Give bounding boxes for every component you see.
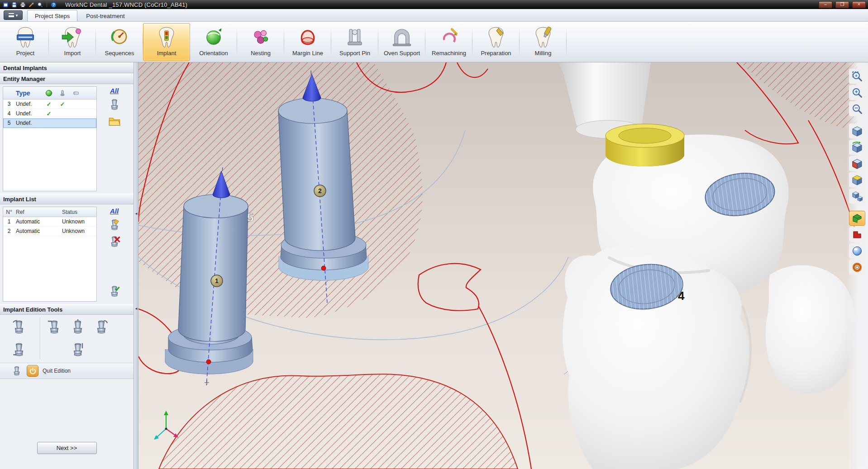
- implant-col-status[interactable]: Status: [62, 209, 94, 215]
- edit-implant-icon[interactable]: [108, 218, 121, 232]
- view-left-button[interactable]: [849, 156, 865, 171]
- tab-project-steps[interactable]: Project Steps: [27, 10, 77, 21]
- entity-row-5[interactable]: 5 Undef.: [3, 118, 96, 128]
- shading-mode-button[interactable]: [849, 243, 865, 258]
- implant-2-base-point[interactable]: [321, 266, 326, 270]
- entity-select-all-link[interactable]: All: [110, 87, 119, 95]
- edition-tools-section: [0, 315, 134, 363]
- implant-status: Unknown: [62, 218, 94, 225]
- sequences-icon: [108, 25, 131, 49]
- oven-support-icon: [390, 25, 414, 49]
- support-fixture-icon: [851, 213, 863, 224]
- check-icon[interactable]: ✓: [42, 110, 56, 117]
- ribbon-label: Implant: [157, 50, 176, 57]
- section-torus-button[interactable]: [849, 260, 865, 275]
- implant-row-1[interactable]: 1 Automatic Unknown: [3, 217, 96, 227]
- milling-icon: [531, 25, 555, 49]
- clamp-icon[interactable]: [69, 90, 83, 97]
- next-button[interactable]: Next >>: [37, 442, 97, 454]
- view-cubes-button[interactable]: [849, 189, 865, 204]
- maximize-button[interactable]: ❐: [835, 1, 849, 8]
- implant-tool-axis-icon[interactable]: [69, 340, 87, 359]
- zoom-out-button[interactable]: −: [849, 101, 865, 116]
- entity-col-type[interactable]: Type: [15, 90, 42, 97]
- view-rotate-cube-icon: [851, 142, 863, 153]
- ribbon-label: Orientation: [199, 50, 228, 57]
- view-iso-button[interactable]: [849, 123, 865, 138]
- ribbon-label: Oven Support: [384, 50, 420, 57]
- torus-icon: [851, 261, 863, 273]
- analog-collar[interactable]: [606, 124, 684, 166]
- power-icon: [29, 368, 36, 374]
- zoom-in-button[interactable]: +: [849, 85, 865, 100]
- close-button[interactable]: ×: [852, 1, 866, 8]
- application-icon[interactable]: [2, 1, 9, 8]
- entity-side-actions: All: [97, 86, 132, 191]
- view-rotate-button[interactable]: [849, 140, 865, 155]
- ribbon-label: Sequences: [105, 50, 134, 57]
- zoom-icon[interactable]: [37, 1, 43, 8]
- implant-tool-depth-icon[interactable]: [10, 340, 28, 359]
- quit-edition-label[interactable]: Quit Edition: [43, 368, 71, 374]
- ribbon-button-support-pin[interactable]: Support Pin: [331, 23, 378, 61]
- entity-table: Type 3 Undef. ✓: [3, 86, 97, 191]
- show-stock-button[interactable]: [849, 227, 865, 242]
- open-library-folder-icon[interactable]: [108, 114, 121, 128]
- zoom-window-icon: +: [851, 71, 863, 82]
- ribbon-button-preparation[interactable]: Preparation: [472, 23, 520, 61]
- implant-1-base-point[interactable]: [206, 360, 211, 364]
- print-icon[interactable]: [19, 1, 26, 8]
- ribbon-button-nesting[interactable]: Nesting: [237, 23, 284, 61]
- ribbon-button-remachining[interactable]: Remachining: [425, 23, 472, 61]
- check-icon[interactable]: ✓: [56, 101, 69, 108]
- implant-col-ref[interactable]: Ref: [15, 209, 62, 215]
- ribbon-button-implant[interactable]: Implant: [143, 23, 190, 61]
- entity-type: Undef.: [15, 110, 42, 117]
- viewport-3d-scene[interactable]: 4: [138, 62, 868, 469]
- quit-edition-button[interactable]: [27, 365, 38, 377]
- tab-post-treatment[interactable]: Post-treatment: [78, 10, 132, 21]
- help-icon[interactable]: ?: [50, 1, 57, 8]
- preparation-icon: [484, 25, 508, 49]
- view-top-button[interactable]: [849, 172, 865, 187]
- ribbon-button-margin-line[interactable]: Margin Line: [284, 23, 331, 61]
- ribbon-button-sequences[interactable]: Sequences: [96, 23, 143, 61]
- implant-col-num[interactable]: N°: [3, 209, 15, 215]
- implant-2-number: 2: [318, 187, 322, 194]
- panel-splitter[interactable]: ◄ ◄: [134, 62, 138, 469]
- save-icon[interactable]: [11, 1, 18, 8]
- ribbon-button-oven-support[interactable]: Oven Support: [378, 23, 425, 61]
- add-entity-implant-icon[interactable]: [108, 98, 121, 111]
- application-menu-button[interactable]: ▾: [4, 10, 23, 20]
- ribbon-button-project[interactable]: Project: [2, 23, 49, 61]
- nesting-icon: [249, 25, 272, 49]
- check-icon[interactable]: ✓: [42, 101, 56, 108]
- implant-pin-icon[interactable]: [56, 90, 69, 97]
- ribbon-button-orientation[interactable]: Orientation: [190, 23, 237, 61]
- orientation-icon: [202, 25, 225, 49]
- entity-row-4[interactable]: 4 Undef. ✓: [3, 109, 96, 118]
- collapse-arrow-icon[interactable]: ◄: [134, 307, 138, 311]
- ribbon-button-milling[interactable]: Milling: [520, 23, 567, 61]
- tools-separator: [40, 317, 40, 359]
- implant-tool-move-icon[interactable]: [45, 317, 63, 336]
- implant-list-section: N° Ref Status 1 Automatic Unknown 2 Auto…: [0, 204, 134, 304]
- visibility-sphere-icon[interactable]: [42, 90, 56, 97]
- implant-select-all-link[interactable]: All: [110, 207, 119, 215]
- show-support-button[interactable]: [849, 211, 865, 226]
- delete-implant-icon[interactable]: [108, 235, 121, 248]
- collapse-arrow-icon[interactable]: ◄: [134, 212, 138, 216]
- entity-row-3[interactable]: 3 Undef. ✓ ✓: [3, 99, 96, 109]
- implant-tool-place-icon[interactable]: [10, 317, 28, 336]
- minimize-button[interactable]: –: [819, 1, 832, 8]
- implant-tool-align-icon[interactable]: [69, 317, 87, 336]
- tools-icon[interactable]: [28, 1, 35, 8]
- implant-tool-rotate-icon[interactable]: [92, 317, 110, 336]
- viewport-3d[interactable]: 4: [138, 62, 868, 469]
- implant-row-2[interactable]: 2 Automatic Unknown: [3, 227, 96, 236]
- ribbon-button-import[interactable]: Import: [49, 23, 96, 61]
- zoom-window-button[interactable]: +: [849, 69, 865, 84]
- panel-title: Dental Implants: [0, 62, 134, 73]
- apply-implant-icon[interactable]: [108, 284, 121, 298]
- implant-num: 1: [3, 218, 15, 225]
